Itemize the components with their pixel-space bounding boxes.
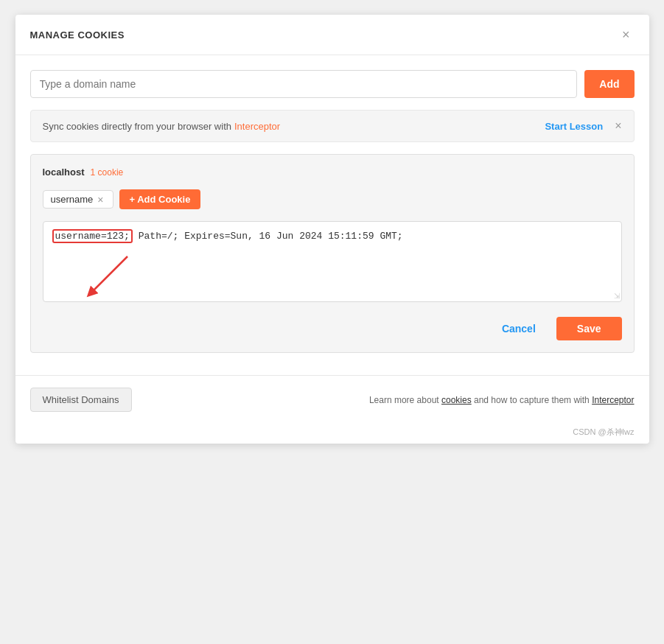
- cookie-tag-remove-button[interactable]: ×: [96, 195, 105, 205]
- add-domain-button[interactable]: Add: [584, 70, 634, 98]
- cookie-editor-wrapper[interactable]: username=123; Path=/; Expires=Sun, 16 Ju…: [43, 221, 622, 302]
- banner-close-button[interactable]: ×: [615, 119, 621, 133]
- info-banner-text: Sync cookies directly from your browser …: [43, 121, 281, 132]
- cookie-tags-row: username × + Add Cookie: [43, 189, 622, 209]
- resize-handle: ⇲: [614, 292, 620, 300]
- cookie-value-rest: Path=/; Expires=Sun, 16 Jun 2024 15:11:5…: [133, 231, 403, 242]
- footer-text: Learn more about cookies and how to capt…: [369, 395, 635, 405]
- cookie-tag[interactable]: username ×: [43, 190, 113, 209]
- info-banner: Sync cookies directly from your browser …: [30, 110, 635, 142]
- whitelist-domains-button[interactable]: Whitelist Domains: [30, 388, 132, 412]
- cookie-tag-label: username: [51, 194, 94, 205]
- domain-input[interactable]: [30, 70, 578, 98]
- cookie-section-header: localhost 1 cookie: [43, 167, 622, 178]
- footer-text-middle: and how to capture them with: [474, 395, 590, 405]
- action-row: Cancel Save: [43, 314, 622, 340]
- cookie-section: localhost 1 cookie username × + Add Cook…: [30, 154, 635, 353]
- info-text-before: Sync cookies directly from your browser …: [43, 121, 231, 132]
- footer-cookies-link[interactable]: cookies: [441, 395, 472, 405]
- cancel-button[interactable]: Cancel: [490, 317, 548, 340]
- dialog-header: MANAGE COOKIES ×: [15, 15, 649, 55]
- add-cookie-button[interactable]: + Add Cookie: [119, 189, 201, 209]
- watermark: CSDN @杀神lwz: [15, 424, 649, 444]
- domain-row: Add: [30, 70, 635, 98]
- cookie-value-highlighted: username=123;: [52, 229, 133, 243]
- save-button[interactable]: Save: [556, 317, 622, 340]
- dialog-body: Add Sync cookies directly from your brow…: [15, 55, 649, 368]
- dialog-close-button[interactable]: ×: [618, 27, 635, 43]
- cookie-editor-container: username=123; Path=/; Expires=Sun, 16 Ju…: [43, 221, 622, 302]
- footer-text-before: Learn more about: [369, 395, 439, 405]
- cookie-editor-content: username=123; Path=/; Expires=Sun, 16 Ju…: [43, 222, 621, 251]
- dialog-title: MANAGE COOKIES: [30, 29, 125, 41]
- footer-interceptor-link[interactable]: Interceptor: [592, 395, 634, 405]
- dialog-footer: Whitelist Domains Learn more about cooki…: [15, 375, 649, 424]
- domain-label: localhost: [43, 167, 85, 178]
- interceptor-link[interactable]: Interceptor: [234, 121, 280, 132]
- start-lesson-link[interactable]: Start Lesson: [545, 121, 603, 132]
- cookie-count: 1 cookie: [91, 167, 124, 178]
